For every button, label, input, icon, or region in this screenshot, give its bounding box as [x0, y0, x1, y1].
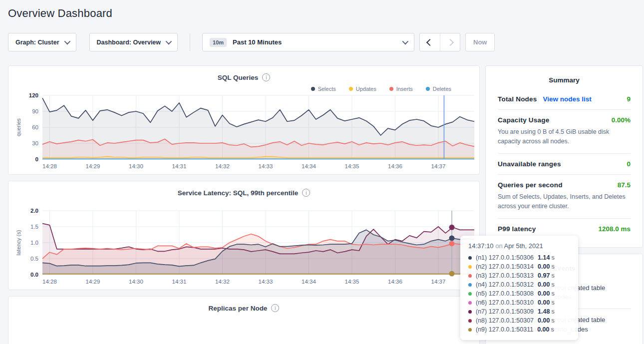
svg-text:14:31: 14:31	[172, 279, 187, 285]
tooltip-node-row: (n3) 127.0.0.1:503130.97s	[468, 271, 570, 280]
svg-text:14:36: 14:36	[388, 279, 402, 285]
tooltip-node-row: (n4) 127.0.0.1:503120.00s	[468, 280, 570, 289]
svg-text:14:31: 14:31	[172, 163, 187, 169]
chevron-down-icon	[64, 38, 70, 45]
legend-item-selects[interactable]: Selects	[311, 85, 336, 92]
tooltip-node-unit: s	[551, 281, 554, 288]
svg-text:14:30: 14:30	[129, 279, 143, 285]
sql-queries-chart[interactable]: 030609012014:2814:2914:3014:3114:3214:33…	[14, 92, 478, 172]
summary-item-desc: Sum of Selects, Updates, Inserts, and De…	[498, 192, 631, 212]
tooltip-node-address: (n2) 127.0.0.1:50314	[476, 263, 534, 270]
view-nodes-list-link[interactable]: View nodes list	[543, 95, 591, 103]
legend-dot-icon	[426, 87, 430, 91]
svg-text:1.5: 1.5	[30, 224, 38, 230]
tooltip-node-address: (n5) 127.0.0.1:50308	[476, 290, 534, 297]
sql-queries-legend: SelectsUpdatesInsertsDeletes	[14, 81, 473, 92]
tooltip-node-value: 0.00	[538, 281, 550, 288]
graph-dropdown[interactable]: Graph: Cluster	[8, 33, 76, 51]
svg-text:14:32: 14:32	[215, 163, 230, 169]
legend-dot-icon	[389, 87, 393, 91]
node-color-dot-icon	[468, 301, 472, 305]
toolbar: Graph: Cluster Dashboard: Overview 10m P…	[8, 33, 636, 51]
tooltip-node-unit: s	[551, 290, 554, 297]
svg-text:14:34: 14:34	[302, 163, 316, 169]
chevron-down-icon	[402, 38, 409, 45]
replicas-per-node-title: Replicas per Node	[209, 305, 268, 312]
summary-item-value: 1208.0 ms	[598, 225, 631, 233]
tooltip-node-unit: s	[551, 263, 554, 270]
tooltip-node-unit: s	[551, 254, 554, 261]
summary-item-value: 9	[627, 95, 631, 103]
tooltip-node-unit: s	[551, 317, 554, 324]
tooltip-node-row: (n1) 127.0.0.1:503061.14s	[468, 253, 570, 262]
svg-text:14:35: 14:35	[345, 279, 359, 285]
now-button[interactable]: Now	[465, 33, 495, 51]
tooltip-timestamp: 14:37:10 on Apr 5th, 2021	[468, 242, 570, 250]
svg-text:14:33: 14:33	[259, 163, 273, 169]
info-icon[interactable]: i	[271, 304, 279, 312]
graph-dropdown-label: Graph: Cluster	[15, 39, 59, 46]
svg-text:14:29: 14:29	[86, 163, 100, 169]
svg-text:14:37: 14:37	[431, 163, 446, 169]
dashboard-dropdown[interactable]: Dashboard: Overview	[89, 33, 178, 51]
page-title: Overview Dashboard	[8, 7, 644, 20]
tooltip-node-value: 0.00	[538, 317, 550, 324]
chevron-left-icon	[426, 38, 433, 45]
summary-item-label: Capacity Usage	[498, 116, 549, 124]
tooltip-node-value: 1.14	[538, 254, 550, 261]
info-icon[interactable]: i	[302, 189, 310, 197]
svg-text:0: 0	[35, 156, 38, 162]
summary-panel: Summary Total NodesView nodes list9Capac…	[485, 65, 643, 248]
time-range-badge: 10m	[210, 38, 227, 47]
svg-text:14:29: 14:29	[86, 279, 100, 285]
time-range-dropdown[interactable]: 10m Past 10 Minutes	[202, 33, 414, 51]
tooltip-node-row: (n6) 127.0.0.1:503100.00s	[468, 298, 570, 307]
tooltip-node-row: (n7) 127.0.0.1:503091.48s	[468, 307, 570, 316]
legend-dot-icon	[349, 87, 353, 91]
tooltip-node-value: 0.00	[538, 299, 550, 306]
node-color-dot-icon	[468, 319, 472, 323]
node-color-dot-icon	[468, 292, 472, 296]
info-icon[interactable]: i	[262, 73, 270, 81]
legend-item-updates[interactable]: Updates	[349, 85, 376, 92]
summary-item-label: Total Nodes	[498, 95, 537, 103]
svg-text:14:36: 14:36	[388, 163, 402, 169]
tooltip-node-address: (n9) 127.0.0.1:50311	[476, 326, 533, 333]
tooltip-node-address: (n6) 127.0.0.1:50310	[476, 299, 534, 306]
svg-text:1.0: 1.0	[30, 240, 38, 246]
tooltip-node-unit: s	[551, 326, 554, 333]
svg-text:0.0: 0.0	[30, 272, 38, 278]
service-latency-chart[interactable]: 0.00.51.01.52.014:2814:2914:3014:3114:32…	[14, 208, 478, 288]
svg-text:60: 60	[32, 124, 38, 130]
svg-text:14:35: 14:35	[345, 163, 359, 169]
tooltip-node-value: 0.00	[538, 290, 550, 297]
legend-label: Inserts	[396, 86, 413, 92]
legend-item-inserts[interactable]: Inserts	[389, 85, 413, 92]
tooltip-node-address: (n7) 127.0.0.1:50309	[476, 308, 534, 315]
tooltip-node-unit: s	[551, 299, 554, 306]
tooltip-node-address: (n8) 127.0.0.1:50307	[476, 317, 534, 324]
summary-item: Capacity Usage0.00%You are using 0 B of …	[498, 109, 631, 153]
time-prev-button[interactable]	[420, 33, 440, 51]
summary-item: Total NodesView nodes list9	[498, 89, 631, 109]
node-color-dot-icon	[468, 265, 472, 269]
svg-text:14:33: 14:33	[259, 279, 273, 285]
tooltip-node-value: 0.00	[538, 263, 550, 270]
tooltip-node-row: (n2) 127.0.0.1:503140.00s	[468, 262, 570, 271]
summary-item-desc: You are using 0 B of 4.5 GiB usable disk…	[498, 127, 631, 147]
time-next-button[interactable]	[440, 33, 460, 51]
svg-text:14:28: 14:28	[42, 163, 57, 169]
tooltip-node-row: (n9) 127.0.0.1:503110.00s	[468, 325, 570, 334]
legend-item-deletes[interactable]: Deletes	[426, 85, 451, 92]
summary-item-label: P99 latency	[498, 225, 536, 233]
service-latency-panel: Service Latency: SQL, 99th percentile i …	[8, 181, 480, 290]
summary-item: Unavailable ranges0	[498, 153, 631, 174]
replicas-per-node-panel: Replicas per Node i	[8, 296, 480, 344]
node-color-dot-icon	[468, 310, 472, 314]
tooltip-node-unit: s	[551, 308, 554, 315]
chart-hover-tooltip: 14:37:10 on Apr 5th, 2021 (n1) 127.0.0.1…	[460, 236, 578, 340]
svg-text:14:30: 14:30	[129, 163, 143, 169]
node-color-dot-icon	[468, 283, 472, 287]
summary-item-value: 0.00%	[612, 116, 631, 124]
summary-item: Queries per second87.5Sum of Selects, Up…	[498, 174, 631, 218]
